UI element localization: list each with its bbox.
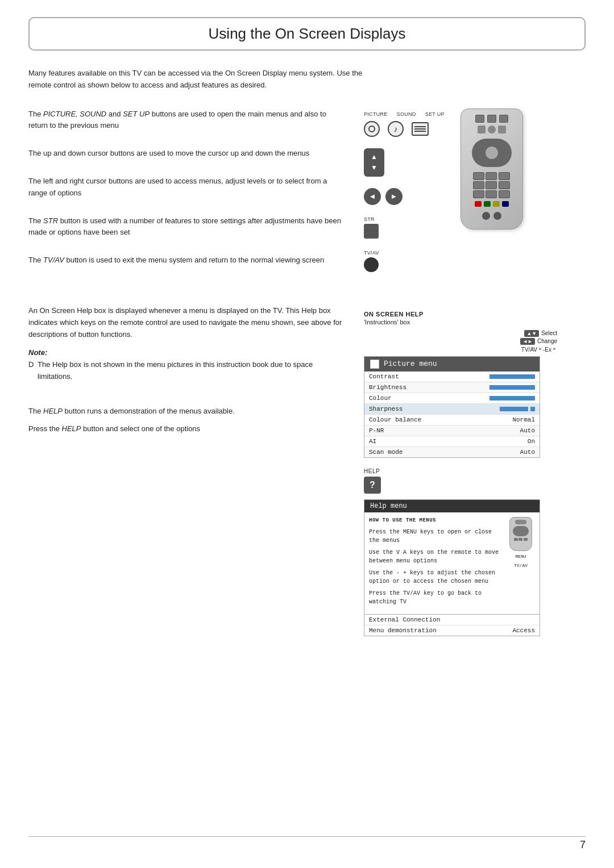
tvav-label: TV/AV: [364, 250, 379, 256]
menu-row-scan-mode[interactable]: Scan mode Auto: [364, 447, 540, 457]
remote-body: [460, 108, 523, 229]
r-blue: [502, 201, 509, 207]
right-column: Picture Sound Set Up ♪: [364, 108, 557, 282]
sound-label: Sound: [397, 111, 416, 117]
external-connection-label: External Connection: [369, 616, 440, 623]
r-btn-2: [487, 115, 496, 123]
tvav-button[interactable]: [364, 257, 379, 272]
ai-value: On: [528, 438, 535, 445]
colour-bar: [489, 396, 535, 400]
str-label: STR: [364, 216, 375, 222]
help-para-1: Press the MENU keys to open or close the…: [369, 528, 502, 545]
menu-row-colour[interactable]: Colour: [364, 393, 540, 404]
section-text-updown: The up and down cursor buttons are used …: [28, 148, 347, 160]
down-arrow: ▼: [371, 164, 377, 171]
section-text-lr: The left and right cursor buttons are us…: [28, 176, 347, 199]
help-remote-nav: [513, 526, 529, 536]
left-button[interactable]: ◄: [364, 188, 381, 205]
menu-row-colour-balance[interactable]: Colour balance Normal: [364, 415, 540, 425]
menu-label: MENU: [515, 553, 526, 560]
tvav-hint-label: TV/AV＊-Ex＊: [521, 346, 557, 354]
lower-right: ON SCREEN HELP 'Instructions' box ▲▼ Sel…: [364, 305, 557, 637]
help-run-text: The HELP button runs a demonstration of …: [28, 406, 347, 418]
tvav-button-group: TV/AV: [364, 250, 445, 272]
brightness-label: Brightness: [369, 384, 406, 391]
menu-demo-value: Access: [512, 627, 535, 634]
how-to-heading: HOW TO USE THE MENUS: [369, 517, 502, 525]
remote-nav-center: [486, 147, 498, 159]
spacer: [28, 282, 586, 299]
help-footer-external[interactable]: External Connection: [364, 615, 540, 625]
lower-section: An On Screen Help box is displayed whene…: [28, 305, 586, 637]
help-menu-header: Help menu: [364, 500, 540, 512]
section-block-lr: The left and right cursor buttons are us…: [28, 176, 347, 199]
select-key: ▲▼: [524, 330, 539, 337]
r-yellow: [493, 201, 500, 207]
menu-row-contrast[interactable]: Contrast: [364, 372, 540, 382]
section-block-pss: The PICTURE, SOUND and SET UP buttons ar…: [28, 108, 347, 132]
menu-icon-sq: [370, 360, 379, 369]
help-para-4: Press the TV/AV key to go back to watchi…: [369, 589, 502, 606]
remote-number-grid: [473, 172, 511, 198]
r-btn-3: [499, 115, 508, 123]
pnr-value: Auto: [520, 427, 535, 434]
picture-menu-title: Picture menu: [384, 360, 437, 368]
r-num-5: [486, 181, 497, 189]
remote-nav-cluster: [472, 139, 512, 167]
remote-illustration: [455, 108, 534, 229]
help-remote-icon: [509, 517, 532, 551]
page-container: Using the On Screen Displays Many featur…: [0, 0, 614, 868]
colour-balance-value: Normal: [512, 416, 535, 423]
sharpness-bar-container: [500, 407, 535, 411]
help-button[interactable]: ?: [364, 477, 381, 494]
left-column: The PICTURE, SOUND and SET UP buttons ar…: [28, 108, 347, 282]
intro-text: Many features available on this TV can b…: [28, 68, 381, 91]
right-button[interactable]: ►: [385, 188, 403, 205]
help-menu-right: MENU TV/AV: [507, 517, 535, 610]
updown-button-group: ▲ ▼: [364, 148, 445, 177]
r-num-3: [499, 172, 510, 180]
page-title-box: Using the On Screen Displays: [28, 17, 586, 51]
menu-row-pnr[interactable]: P-NR Auto: [364, 425, 540, 436]
hr-2: [518, 538, 522, 541]
change-key: ◄►: [520, 338, 535, 345]
sound-button[interactable]: ♪: [388, 121, 404, 137]
lr-button-group: ◄ ►: [364, 188, 445, 205]
remote-bottom-circles: [482, 212, 501, 220]
menu-row-brightness[interactable]: Brightness: [364, 382, 540, 393]
r-num-7: [473, 190, 484, 198]
brightness-bar: [489, 385, 535, 390]
setup-button[interactable]: [412, 122, 429, 136]
sharpness-bar: [500, 407, 528, 411]
hr-3: [524, 538, 528, 541]
colour-balance-label: Colour balance: [369, 416, 421, 423]
change-label: Change: [537, 338, 557, 344]
help-button-area: HELP ?: [364, 468, 557, 494]
help-menu-title: Help menu: [370, 502, 407, 510]
r-green: [484, 201, 491, 207]
menu-row-ai[interactable]: AI On: [364, 436, 540, 447]
r-btn-5: [488, 126, 496, 133]
buttons-and-labels: Picture Sound Set Up ♪: [364, 108, 445, 272]
setup-label: Set Up: [425, 111, 445, 117]
picture-label: Picture: [364, 111, 388, 117]
section-block-str: The STR button is used with a number of …: [28, 215, 347, 239]
r-circle-2: [493, 212, 501, 220]
str-button[interactable]: [364, 224, 379, 239]
page-number: 7: [580, 839, 586, 851]
r-num-6: [499, 181, 510, 189]
contrast-bar-container: [489, 374, 535, 379]
section-block-tvav: The TV/AV button is used to exit the men…: [28, 254, 347, 266]
menu-row-sharpness[interactable]: Sharpness: [364, 404, 540, 415]
ai-label: AI: [369, 438, 376, 445]
nav-hint-tvav: TV/AV＊-Ex＊: [521, 346, 557, 354]
help-label: HELP: [364, 468, 380, 474]
help-footer-demo[interactable]: Menu demonstration Access: [364, 625, 540, 636]
help-menu-box: Help menu HOW TO USE THE MENUS Press the…: [364, 499, 540, 637]
updown-button[interactable]: ▲ ▼: [364, 148, 384, 177]
help-menu-text: HOW TO USE THE MENUS Press the MENU keys…: [369, 517, 502, 610]
picture-button[interactable]: [364, 121, 380, 137]
colour-label: Colour: [369, 395, 392, 402]
bottom-rule: [28, 836, 586, 837]
brightness-bar-container: [489, 385, 535, 390]
